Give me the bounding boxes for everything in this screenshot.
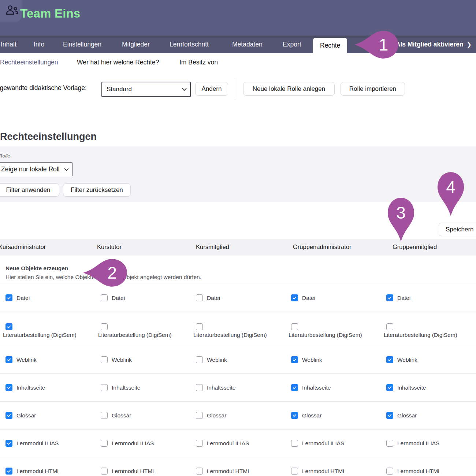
- permission-label: Glossar: [302, 412, 321, 419]
- permission-cell: Weblink: [101, 346, 132, 373]
- permission-label: Literaturbestellung (DigiSem): [289, 332, 362, 338]
- permissions-page: Team Eins Als Mitglied aktivieren❯ Inhal…: [0, 0, 476, 476]
- permission-cell: Datei: [386, 284, 410, 312]
- permission-label: Lernmodul HTML: [207, 468, 251, 475]
- unchecked-checkbox-weblink[interactable]: [196, 356, 203, 363]
- unchecked-checkbox-glossar[interactable]: [196, 412, 203, 419]
- permission-cell: Lernmodul HTML: [291, 457, 346, 476]
- permission-label: Datei: [207, 295, 220, 301]
- unchecked-checkbox-lernmodul-html[interactable]: [386, 468, 393, 475]
- member-view-toggle[interactable]: Als Mitglied aktivieren❯: [396, 41, 472, 48]
- permission-cell: Inhaltsseite: [196, 374, 235, 401]
- permission-label: Inhaltsseite: [397, 384, 426, 391]
- checked-checkbox-weblink[interactable]: [5, 356, 12, 363]
- checked-checkbox-datei[interactable]: [291, 294, 298, 301]
- unchecked-checkbox-literaturbestellung-digisem[interactable]: [196, 323, 203, 330]
- group-icon: [5, 4, 22, 22]
- permission-label: Weblink: [397, 357, 417, 363]
- filter-apply-button[interactable]: Filter anwenden: [0, 183, 59, 197]
- permission-label: Literaturbestellung (DigiSem): [3, 332, 77, 338]
- change-template-button[interactable]: Ändern: [195, 82, 228, 96]
- subtab-rechteeinstellungen[interactable]: Rechteeinstellungen: [0, 59, 58, 66]
- create-objects-description: Hier stellen Sie ein, welche Objekte in …: [5, 274, 201, 280]
- checked-checkbox-lernmodul-html[interactable]: [5, 468, 12, 475]
- tab-mitglieder[interactable]: Mitglieder: [122, 41, 150, 48]
- tab-metadaten[interactable]: Metadaten: [232, 41, 263, 48]
- sub-tab-bar: RechteeinstellungenWer hat hier welche R…: [0, 58, 476, 70]
- unchecked-checkbox-lernmodul-html[interactable]: [196, 468, 203, 475]
- new-local-role-button[interactable]: Neue lokale Rolle anlegen: [243, 82, 335, 96]
- column-header-gruppenmitglied: Gruppenmitglied: [393, 243, 437, 250]
- checked-checkbox-datei[interactable]: [386, 294, 393, 301]
- unchecked-checkbox-glossar[interactable]: [101, 412, 108, 419]
- unchecked-checkbox-inhaltsseite[interactable]: [196, 384, 203, 391]
- checked-checkbox-glossar[interactable]: [291, 412, 298, 419]
- didactic-template-select[interactable]: Standard: [101, 82, 191, 97]
- permission-cell: Lernmodul ILIAS: [196, 429, 249, 457]
- permission-label: Datei: [16, 295, 30, 301]
- permission-cell: Inhaltsseite: [101, 374, 140, 401]
- unchecked-checkbox-literaturbestellung-digisem[interactable]: [291, 323, 298, 330]
- unchecked-checkbox-literaturbestellung-digisem[interactable]: [386, 323, 393, 330]
- column-header-kurstutor: Kurstutor: [97, 243, 122, 250]
- subtab-wer-hat-hier-welche-rechte[interactable]: Wer hat hier welche Rechte?: [77, 59, 159, 66]
- permission-row-datei: DateiDateiDateiDateiDatei: [0, 284, 476, 312]
- permission-label: Lernmodul HTML: [16, 468, 60, 475]
- permission-label: Glossar: [112, 412, 131, 419]
- permission-cell: Lernmodul HTML: [196, 457, 251, 476]
- permissions-table-header: KursadministratorKurstutorKursmitgliedGr…: [0, 239, 476, 256]
- permission-label: Lernmodul ILIAS: [397, 440, 439, 447]
- checked-checkbox-glossar[interactable]: [386, 412, 393, 419]
- chevron-down-icon: [64, 166, 69, 172]
- subtab-im-besitz-von[interactable]: Im Besitz von: [179, 59, 218, 66]
- unchecked-checkbox-lernmodul-ilias[interactable]: [101, 440, 108, 447]
- tab-lernfortschritt[interactable]: Lernfortschritt: [170, 41, 209, 48]
- tab-info[interactable]: Info: [34, 41, 44, 48]
- checked-checkbox-glossar[interactable]: [5, 412, 12, 419]
- unchecked-checkbox-lernmodul-ilias[interactable]: [196, 440, 203, 447]
- permission-label: Glossar: [16, 412, 36, 419]
- permission-label: Datei: [397, 295, 410, 301]
- role-filter-label: Rolle: [0, 153, 10, 159]
- checked-checkbox-literaturbestellung-digisem[interactable]: [5, 323, 12, 330]
- unchecked-checkbox-datei[interactable]: [196, 294, 203, 301]
- create-objects-section: Neue Objekte erzeugen Hier stellen Sie e…: [0, 256, 476, 284]
- page-title: Team Eins: [20, 7, 80, 21]
- unchecked-checkbox-inhaltsseite[interactable]: [101, 384, 108, 391]
- role-filter-select[interactable]: Zeige nur lokale Rollen: [0, 162, 72, 176]
- permission-row-literaturbestellung-digisem: Literaturbestellung (DigiSem)Literaturbe…: [0, 312, 476, 346]
- unchecked-checkbox-lernmodul-html[interactable]: [101, 468, 108, 475]
- divider: [235, 78, 235, 98]
- checked-checkbox-lernmodul-ilias[interactable]: [5, 440, 12, 447]
- unchecked-checkbox-literaturbestellung-digisem[interactable]: [101, 323, 108, 330]
- tab-inhalt[interactable]: Inhalt: [1, 41, 16, 48]
- tab-export[interactable]: Export: [283, 41, 301, 48]
- checked-checkbox-inhaltsseite[interactable]: [386, 384, 393, 391]
- permission-cell: Glossar: [101, 402, 131, 429]
- checked-checkbox-inhaltsseite[interactable]: [5, 384, 12, 391]
- unchecked-checkbox-weblink[interactable]: [101, 356, 108, 363]
- checked-checkbox-weblink[interactable]: [386, 356, 393, 363]
- permission-label: Lernmodul ILIAS: [16, 440, 59, 447]
- save-button[interactable]: Speichern: [439, 223, 476, 236]
- permission-cell: Inhaltsseite: [386, 374, 426, 401]
- permission-label: Glossar: [207, 412, 226, 419]
- unchecked-checkbox-lernmodul-ilias[interactable]: [291, 440, 298, 447]
- annotation-marker-3: 3: [385, 196, 417, 242]
- section-heading: Rechteeinstellungen: [0, 131, 97, 142]
- checked-checkbox-weblink[interactable]: [291, 356, 298, 363]
- permission-cell: Lernmodul HTML: [101, 457, 156, 476]
- unchecked-checkbox-lernmodul-ilias[interactable]: [386, 440, 393, 447]
- unchecked-checkbox-datei[interactable]: [101, 294, 108, 301]
- import-role-button[interactable]: Rolle importieren: [341, 82, 405, 96]
- tab-rechte[interactable]: Rechte: [313, 38, 347, 53]
- checked-checkbox-datei[interactable]: [5, 294, 12, 301]
- permission-cell: Lernmodul ILIAS: [5, 429, 59, 457]
- filter-reset-button[interactable]: Filter zurücksetzen: [63, 183, 131, 197]
- checked-checkbox-inhaltsseite[interactable]: [291, 384, 298, 391]
- object-icon-badge[interactable]: [0, 0, 22, 22]
- filter-panel: Rolle Zeige nur lokale Rollen Filter anw…: [0, 146, 476, 202]
- tab-einstellungen[interactable]: Einstellungen: [63, 41, 101, 48]
- unchecked-checkbox-lernmodul-html[interactable]: [291, 468, 298, 475]
- permission-label: Inhaltsseite: [16, 384, 45, 391]
